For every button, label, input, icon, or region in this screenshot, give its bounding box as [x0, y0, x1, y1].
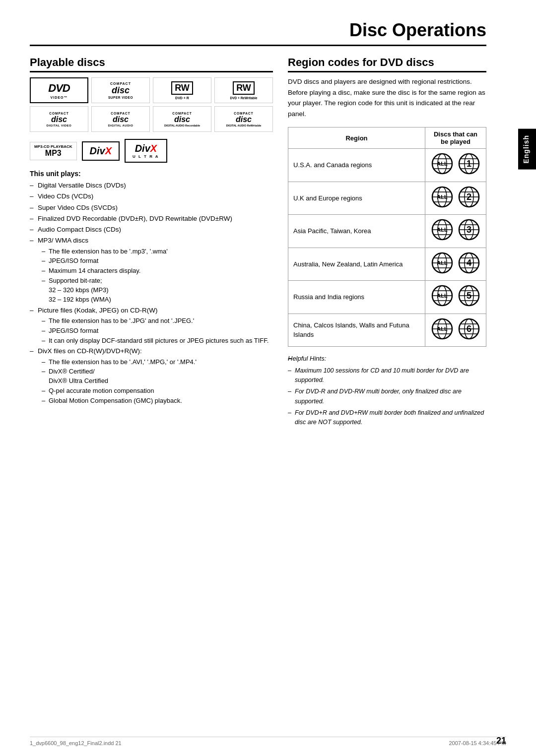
- region-name-cell: Australia, New Zealand, Latin America: [288, 248, 425, 281]
- playable-discs-heading: Playable discs: [30, 56, 273, 72]
- discs-cell: ALL 1: [425, 149, 486, 182]
- divx-logo: DivX: [82, 141, 120, 161]
- svg-text:6: 6: [467, 324, 471, 334]
- sub-list-item: The file extension has to be '.mp3', '.w…: [38, 247, 273, 256]
- numbered-globe-icon: 1: [457, 152, 481, 179]
- left-column: Playable discs DVD VIDEO™ COMPACT disc S…: [30, 56, 273, 428]
- compact-disc-digital-video-logo: COMPACT disc DIGITAL VIDEO: [30, 106, 88, 132]
- list-item: Video CDs (VCDs): [30, 191, 273, 201]
- list-item-picture: Picture files (Kodak, JPEG) on CD-R(W) T…: [30, 306, 273, 346]
- sub-list-item: JPEG/ISO format: [38, 256, 273, 266]
- helpful-hints-title: Helpful Hints:: [288, 354, 486, 364]
- compact-disc-digital-audio-logo: COMPACT disc DIGITAL AUDIO: [91, 106, 150, 132]
- right-column: Region codes for DVD discs DVD discs and…: [288, 56, 486, 428]
- sub-list-item: It can only display DCF-standard still p…: [38, 336, 273, 346]
- compact-disc-super-video-logo: COMPACT disc SUPER VIDEO: [91, 77, 150, 103]
- svg-text:ALL: ALL: [437, 293, 448, 299]
- divx-sub-list: The file extension has to be '.AVI,' '.M…: [38, 358, 273, 406]
- discs-cell: ALL 6: [425, 314, 486, 347]
- region-table: Region Discs that canbe played U.S.A. an…: [288, 127, 486, 347]
- discs-cell: ALL 2: [425, 182, 486, 215]
- svg-text:ALL: ALL: [437, 326, 448, 332]
- hint-item: Maximum 100 sessions for CD and 10 multi…: [288, 366, 486, 385]
- svg-text:2: 2: [467, 192, 471, 202]
- numbered-globe-icon: 3: [457, 218, 481, 245]
- region-col-header: Region: [288, 127, 425, 149]
- list-item-audio-compact: Audio Compact Discs (CDs): [30, 225, 273, 235]
- svg-text:5: 5: [467, 291, 471, 301]
- compact-disc-rewritable-logo: COMPACT disc DIGITAL AUDIO ReWritable: [214, 106, 273, 132]
- region-intro-text: DVD discs and players are designed with …: [288, 76, 486, 119]
- mp3-divx-logos-row: MP3-CD PLAYBACK MP3 DivX DivX U L T R A: [30, 139, 273, 163]
- disc-logos-grid: DVD VIDEO™ COMPACT disc SUPER VIDEO RW D…: [30, 77, 273, 132]
- list-item-divx: DivX files on CD-R(W)/DVD+R(W): The file…: [30, 346, 273, 405]
- divx-ultra-logo: DivX U L T R A: [125, 139, 167, 163]
- svg-text:ALL: ALL: [437, 227, 448, 233]
- list-item: Digital Versatile Discs (DVDs): [30, 181, 273, 190]
- list-item: Super Video CDs (SVCDs): [30, 203, 273, 213]
- sub-list-item: Supported bit-rate;32 – 320 kbps (MP3)32…: [38, 276, 273, 305]
- region-codes-heading: Region codes for DVD discs: [288, 56, 486, 72]
- region-name-cell: Asia Pacific, Taiwan, Korea: [288, 215, 425, 248]
- mp3-sub-list: The file extension has to be '.mp3', '.w…: [38, 247, 273, 305]
- page: English Disc Operations Playable discs D…: [0, 0, 536, 756]
- unit-plays-heading: This unit plays:: [30, 170, 273, 178]
- numbered-globe-icon: 4: [457, 251, 481, 278]
- footer-left-text: 1_dvp6600_98_eng12_Final2.indd 21: [30, 740, 122, 746]
- region-name-cell: Russia and India regions: [288, 281, 425, 314]
- discs-cell: ALL 4: [425, 248, 486, 281]
- svg-text:ALL: ALL: [437, 161, 448, 167]
- all-globe-icon: ALL: [430, 185, 454, 212]
- all-globe-icon: ALL: [430, 218, 454, 245]
- english-tab: English: [518, 129, 536, 170]
- all-globe-icon: ALL: [430, 317, 454, 344]
- all-globe-icon: ALL: [430, 152, 454, 179]
- discs-col-header: Discs that canbe played: [425, 127, 486, 149]
- region-name-cell: U.K and Europe regions: [288, 182, 425, 215]
- sub-list-item-gmc: Global Motion Compensation (GMC) playbac…: [38, 396, 273, 406]
- compact-disc-recordable-logo: COMPACT disc DIGITAL AUDIO Recordable: [153, 106, 211, 132]
- svg-text:4: 4: [467, 258, 471, 268]
- list-item: Finalized DVD Recordable (DVD±R), DVD Re…: [30, 214, 273, 224]
- hint-item: For DVD+R and DVD+RW multi border both f…: [288, 408, 486, 428]
- main-content: Playable discs DVD VIDEO™ COMPACT disc S…: [30, 56, 486, 428]
- discs-cell: ALL 3: [425, 215, 486, 248]
- region-name-cell: China, Calcos Islands, Walls and Futuna …: [288, 314, 425, 347]
- list-item-mp3: MP3/ WMA discs The file extension has to…: [30, 236, 273, 304]
- dvd-plus-rw-logo: RW DVD + ReWritable: [214, 77, 273, 103]
- sub-list-item: The file extension has to be '.AVI,' '.M…: [38, 358, 273, 367]
- dvd-logo-text: DVD: [48, 82, 69, 95]
- sub-list-item: The file extension has to be '.JPG' and …: [38, 316, 273, 326]
- sub-list-item: JPEG/ISO format: [38, 326, 273, 336]
- region-name-cell: U.S.A. and Canada regions: [288, 149, 425, 182]
- numbered-globe-icon: 6: [457, 317, 481, 344]
- all-globe-icon: ALL: [430, 251, 454, 278]
- dvd-video-logo: DVD VIDEO™: [30, 77, 88, 103]
- unit-plays-list: Digital Versatile Discs (DVDs) Video CDs…: [30, 181, 273, 406]
- numbered-globe-icon: 2: [457, 185, 481, 212]
- svg-text:ALL: ALL: [437, 260, 448, 266]
- page-number: 21: [496, 736, 506, 746]
- sub-list-item: Q-pel accurate motion compensation: [38, 386, 273, 396]
- sub-list-item: Maximum 14 characters display.: [38, 266, 273, 276]
- page-title: Disc Operations: [30, 20, 486, 46]
- sub-list-item: DivX® Certified/DivX® Ultra Certified: [38, 367, 273, 386]
- page-footer: 1_dvp6600_98_eng12_Final2.indd 21 2007-0…: [30, 737, 506, 746]
- hint-item: For DVD-R and DVD-RW multi border, only …: [288, 387, 486, 406]
- svg-text:1: 1: [467, 159, 471, 169]
- svg-text:ALL: ALL: [437, 194, 448, 200]
- dvd-plus-r-logo: RW DVD + R: [153, 77, 211, 103]
- svg-text:3: 3: [467, 225, 471, 235]
- picture-sub-list: The file extension has to be '.JPG' and …: [38, 316, 273, 346]
- numbered-globe-icon: 5: [457, 284, 481, 311]
- all-globe-icon: ALL: [430, 284, 454, 311]
- mp3-logo: MP3-CD PLAYBACK MP3: [30, 142, 77, 160]
- helpful-hints-section: Helpful Hints: Maximum 100 sessions for …: [288, 354, 486, 427]
- discs-cell: ALL 5: [425, 281, 486, 314]
